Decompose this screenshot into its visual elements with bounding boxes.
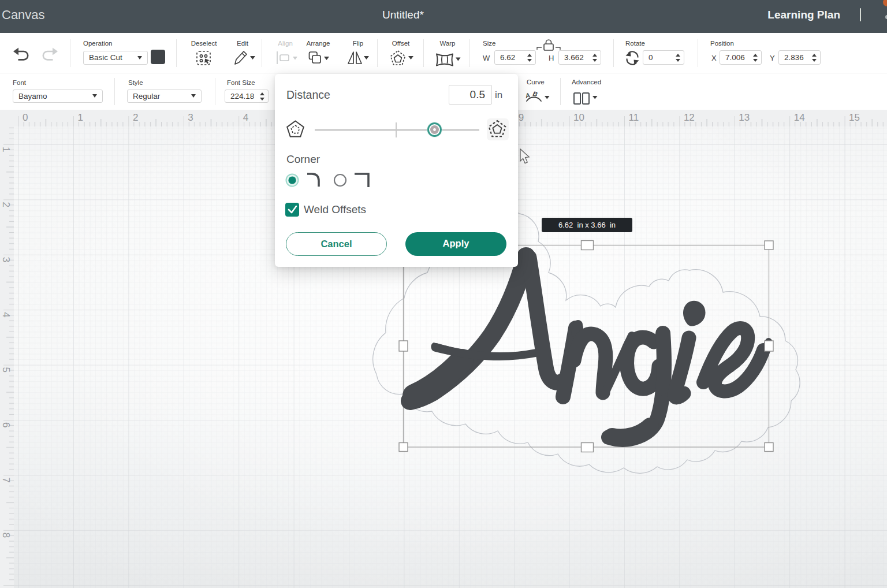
svg-text:3: 3	[1, 257, 12, 262]
svg-text:1: 1	[1, 147, 12, 152]
svg-text:11: 11	[629, 112, 639, 123]
svg-text:1: 1	[78, 112, 83, 123]
svg-text:14: 14	[794, 112, 805, 123]
svg-text:13: 13	[739, 112, 750, 123]
svg-text:7: 7	[1, 477, 12, 482]
svg-text:8: 8	[1, 533, 12, 538]
svg-text:9: 9	[519, 112, 524, 123]
svg-text:2: 2	[133, 112, 138, 123]
svg-text:B: B	[532, 90, 538, 98]
svg-text:4: 4	[243, 112, 248, 123]
svg-text:6: 6	[1, 422, 12, 427]
svg-text:2: 2	[1, 202, 12, 207]
svg-text:15: 15	[849, 112, 860, 123]
svg-text:12: 12	[684, 112, 695, 123]
svg-text:10: 10	[573, 112, 584, 123]
svg-text:3: 3	[188, 112, 193, 123]
svg-text:5: 5	[1, 367, 12, 373]
svg-text:4: 4	[1, 312, 12, 317]
svg-text:0: 0	[23, 112, 28, 123]
